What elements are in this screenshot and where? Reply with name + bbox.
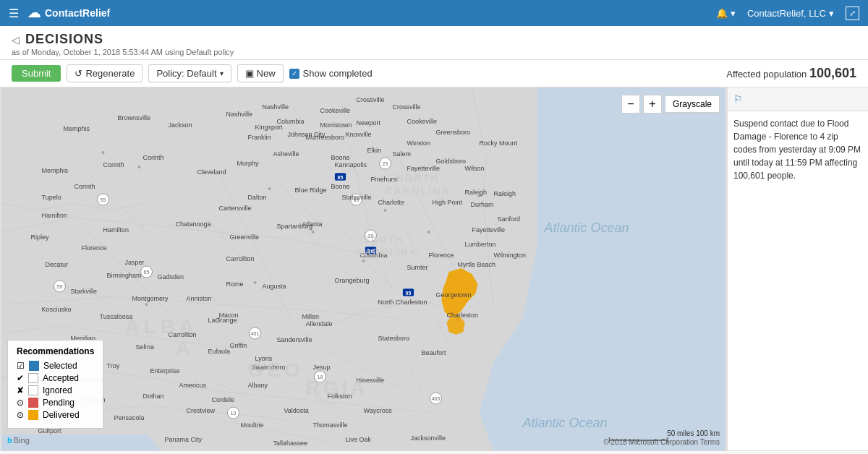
policy-button[interactable]: Policy: Default ▾ [148, 64, 231, 82]
policy-chevron: ▾ [220, 69, 224, 77]
svg-text:CAROLINA: CAROLINA [386, 185, 451, 197]
ignore-icon: ✘ [17, 385, 24, 395]
svg-text:Florence: Florence [429, 252, 454, 259]
svg-text:Gadsden: Gadsden [158, 273, 184, 280]
grayscale-button[interactable]: Grayscale [665, 95, 720, 113]
svg-text:95: 95 [406, 291, 412, 296]
legend-title: Recommendations [17, 346, 94, 356]
svg-text:Memphis: Memphis [64, 125, 90, 132]
new-icon: ▣ [245, 68, 254, 79]
svg-point-6 [312, 231, 315, 234]
svg-text:Salem: Salem [393, 150, 412, 158]
svg-text:Nashville: Nashville [263, 103, 289, 111]
svg-text:LaGrange: LaGrange [208, 317, 237, 324]
svg-text:North Charleston: North Charleston [378, 299, 427, 306]
svg-text:10: 10 [231, 411, 237, 416]
zoom-out-button[interactable]: − [621, 95, 640, 113]
svg-text:CAROLINA: CAROLINA [357, 247, 418, 257]
policy-label: Policy: Default [156, 68, 216, 79]
svg-text:Rome: Rome [226, 280, 244, 288]
svg-text:65: 65 [144, 270, 150, 275]
svg-text:Morristown: Morristown [320, 121, 352, 129]
user-menu[interactable]: ContactRelief, LLC ▾ [747, 8, 834, 19]
svg-point-3 [138, 166, 141, 168]
svg-text:401: 401 [251, 331, 260, 336]
svg-text:Carrollton: Carrollton [226, 255, 255, 262]
pending-icon: ⊙ [17, 398, 24, 408]
svg-text:Brownsville: Brownsville [118, 114, 151, 121]
svg-text:Asheville: Asheville [273, 150, 299, 158]
svg-text:Charleston: Charleston [447, 312, 479, 319]
svg-text:Selma: Selma [136, 343, 155, 351]
legend-item-selected: ☑ Selected [17, 361, 94, 371]
svg-text:Jasper: Jasper [125, 259, 145, 266]
svg-text:Albany: Albany [248, 382, 268, 389]
fullscreen-icon[interactable]: ⤢ [846, 7, 859, 20]
svg-text:Starkville: Starkville [71, 288, 98, 295]
delivered-icon: ⊙ [17, 410, 24, 420]
svg-text:Corinth: Corinth [103, 161, 124, 168]
svg-text:Thomasville: Thomasville [313, 421, 348, 429]
legend-label-selected: Selected [43, 361, 77, 371]
notification-button[interactable]: 🔔 ▾ [716, 8, 736, 19]
svg-text:Griffin: Griffin [230, 342, 247, 349]
zoom-in-button[interactable]: + [643, 95, 662, 113]
svg-text:Troy: Troy [107, 362, 120, 369]
copyright-text: © 2018 Microsoft Corporation Terms [603, 438, 720, 446]
svg-text:Raleigh: Raleigh [465, 189, 488, 196]
map-container: 23 85 20 59 65 401 59 10 18 405 [0, 87, 727, 450]
legend-label-accepted: Accepted [43, 373, 79, 383]
svg-text:Birmingham: Birmingham [107, 272, 142, 279]
regenerate-button[interactable]: ↺ Regenerate [67, 64, 142, 82]
decisions-icon: ◁ [12, 34, 20, 46]
svg-text:Myrtle Beach: Myrtle Beach [458, 261, 496, 268]
new-button[interactable]: ▣ New [237, 64, 284, 82]
svg-text:Crossville: Crossville [357, 96, 385, 103]
svg-text:Winston: Winston [407, 140, 431, 147]
affected-population: Affected population 100,601 [726, 66, 856, 81]
svg-text:Nashville: Nashville [226, 111, 253, 118]
svg-text:Chatanooga: Chatanooga [176, 220, 211, 228]
top-navigation: ☰ ☁ ContactRelief 🔔 ▾ ContactRelief, LLC… [0, 0, 868, 26]
svg-text:Cookeville: Cookeville [320, 107, 351, 114]
checkbox-icon: ☑ [17, 361, 25, 371]
map-area[interactable]: 23 85 20 59 65 401 59 10 18 405 [0, 87, 727, 450]
show-completed-label: Show completed [303, 68, 373, 79]
svg-point-7 [427, 231, 430, 234]
svg-text:23: 23 [383, 161, 388, 166]
affected-value: 100,601 [809, 66, 856, 80]
svg-text:Americus: Americus [179, 382, 207, 389]
show-completed-checkbox[interactable]: ✓ [289, 69, 299, 79]
svg-text:Spartanburg: Spartanburg [277, 223, 313, 230]
svg-text:Durham: Durham [471, 201, 494, 208]
svg-text:Jackson: Jackson [169, 121, 192, 129]
show-completed-toggle[interactable]: ✓ Show completed [289, 68, 373, 79]
svg-text:Lumberton: Lumberton [465, 241, 496, 248]
legend-item-accepted: ✔ Accepted [17, 373, 94, 383]
svg-text:Tallahassee: Tallahassee [273, 440, 308, 447]
svg-text:Greensboro: Greensboro [436, 129, 471, 136]
svg-text:Cookeville: Cookeville [407, 118, 438, 125]
map-copyright: © 2018 Microsoft Corporation Terms [603, 438, 720, 446]
legend-swatch-accepted [28, 373, 38, 383]
svg-text:Greenville: Greenville [230, 234, 260, 241]
page-footer: ©2018 ContactRelief . All rights reserve… [0, 450, 868, 454]
svg-text:Kingsport: Kingsport [255, 124, 284, 131]
svg-text:59: 59 [57, 284, 63, 289]
legend-item-ignored: ✘ Ignored [17, 385, 94, 395]
side-panel: ⚐ Suspend contact due to Flood Damage - … [727, 87, 868, 450]
svg-text:Augusta: Augusta [263, 283, 286, 290]
svg-text:Dothan: Dothan [143, 393, 164, 400]
hamburger-icon[interactable]: ☰ [9, 7, 19, 20]
svg-point-12 [384, 209, 387, 212]
svg-text:Tupelo: Tupelo [42, 194, 61, 201]
svg-text:Panama City: Panama City [165, 436, 203, 443]
svg-text:85: 85 [338, 175, 344, 180]
svg-text:Raleigh: Raleigh [494, 190, 516, 197]
svg-text:Atlantic Ocean: Atlantic Ocean [522, 416, 608, 430]
user-chevron: ▾ [829, 8, 834, 19]
submit-button[interactable]: Submit [12, 65, 61, 82]
map-legend: Recommendations ☑ Selected ✔ Accepted ✘ … [7, 340, 103, 429]
svg-text:A: A [176, 337, 193, 359]
svg-text:Georgetown: Georgetown [436, 291, 472, 299]
